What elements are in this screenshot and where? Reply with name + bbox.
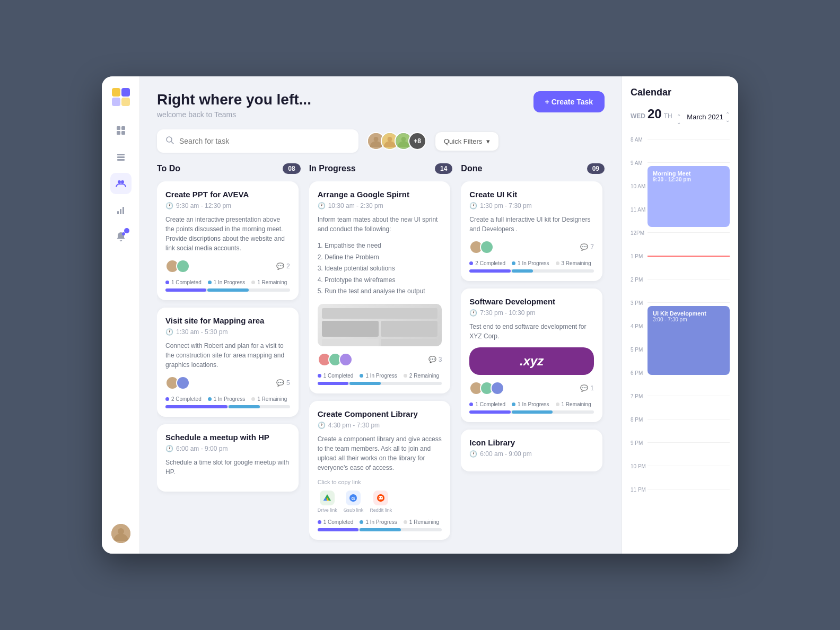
card-time: 🕐 10:30 am - 2:30 pm xyxy=(318,202,442,209)
completed-label: 2 Completed xyxy=(165,396,202,402)
column-todo-title: To Do xyxy=(157,164,180,173)
date-nav-icon[interactable]: ⌃⌄ xyxy=(677,113,681,125)
avatar-extra[interactable]: +8 xyxy=(408,132,426,150)
card-footer: 💬 3 xyxy=(318,353,442,366)
column-inprogress-title: In Progress xyxy=(309,164,356,173)
card-avatar xyxy=(480,240,494,254)
card-title: Icon Library xyxy=(469,438,594,447)
card-desc: Create a component library and give acce… xyxy=(318,434,442,472)
time-slot-8pm: 8 PM xyxy=(631,416,730,439)
card-desc: Schedule a time slot for google meetup w… xyxy=(165,458,290,477)
card-avatars xyxy=(469,240,494,254)
svg-rect-2 xyxy=(112,98,120,106)
drive-link[interactable]: Drive link xyxy=(318,491,337,513)
inprogress-label: 1 In Progress xyxy=(512,401,549,407)
card-desc: Create a full interactive UI kit for Des… xyxy=(469,215,594,234)
inprogress-label: 1 In Progress xyxy=(360,519,397,525)
svg-point-11 xyxy=(118,180,121,183)
progress-labels: 2 Completed 1 In Progress 3 Remaining xyxy=(469,260,594,266)
svg-point-34 xyxy=(379,497,380,498)
quick-filters-label: Quick Filters xyxy=(444,137,482,145)
xyz-logo: .xyz xyxy=(469,347,594,375)
column-done-title: Done xyxy=(461,164,482,173)
user-avatar[interactable] xyxy=(111,524,130,543)
card-link-label: Click to copy link xyxy=(318,479,442,485)
completed-label: 1 Completed xyxy=(318,519,354,525)
calendar-event-uikit[interactable]: UI Kit Development 3:00 - 7:30 pm xyxy=(648,306,730,375)
clock-icon: 🕐 xyxy=(469,450,477,458)
sidebar-chart-icon[interactable] xyxy=(110,199,132,221)
progress-section: 1 Completed 1 In Progress 2 Remaining xyxy=(318,373,442,385)
time-slot-7pm: 7 PM xyxy=(631,392,730,416)
inprogress-label: 1 In Progress xyxy=(208,279,245,285)
progress-labels: 1 Completed 1 In Progress 1 Remaining xyxy=(318,519,442,525)
sidebar-bell-icon[interactable] xyxy=(110,226,132,247)
remaining-label: 1 Remaining xyxy=(404,519,439,525)
card-time: 🕐 7:30 pm - 10:30 pm xyxy=(469,309,594,317)
calendar-event-morning-meet[interactable]: Morning Meet 9:30 - 12:30 pm xyxy=(648,166,730,227)
card-avatar xyxy=(339,353,353,366)
cal-day: 20 xyxy=(648,107,662,121)
calendar-panel: Calendar WED 20 TH ⌃⌄ March 2021 ⌃⌄ 8 AM xyxy=(622,76,738,554)
card-create-ppt[interactable]: Create PPT for AVEVA 🕐 9:30 am - 12:30 p… xyxy=(157,181,299,300)
clock-icon: 🕐 xyxy=(469,202,477,209)
column-inprogress-header: In Progress 14 xyxy=(309,163,453,174)
header-left: Right where you left... welcome back to … xyxy=(157,91,311,119)
card-time: 🕐 6:00 am - 9:00 pm xyxy=(165,445,290,452)
card-google-sprint[interactable]: Arrange a Google Spirnt 🕐 10:30 am - 2:3… xyxy=(309,181,451,393)
sidebar-grid-icon[interactable] xyxy=(110,120,132,141)
completed-label: 1 Completed xyxy=(469,401,505,407)
clock-icon: 🕐 xyxy=(165,328,173,336)
progress-labels: 2 Completed 1 In Progress 1 Remaining xyxy=(165,396,290,402)
clock-icon: 🕐 xyxy=(318,202,326,209)
quick-filters-button[interactable]: Quick Filters ▾ xyxy=(435,132,499,151)
remaining-label: 2 Remaining xyxy=(404,373,439,379)
svg-line-20 xyxy=(171,142,173,144)
sidebar-team-icon[interactable] xyxy=(110,173,132,194)
remaining-label: 3 Remaining xyxy=(556,260,591,266)
cal-date-nav-row: WED 20 TH ⌃⌄ March 2021 ⌃⌄ xyxy=(631,107,730,127)
search-input[interactable] xyxy=(179,137,350,145)
card-title: Create UI Kit xyxy=(469,190,594,199)
comment-icon: 💬 xyxy=(580,243,588,251)
card-visit-site[interactable]: Visit site for Mapping area 🕐 1:30 am - … xyxy=(157,308,299,417)
progress-bar xyxy=(469,410,594,414)
card-time: 🕐 4:30 pm - 7:30 pm xyxy=(318,422,442,429)
svg-text:G: G xyxy=(352,496,355,501)
card-software-dev[interactable]: Software Development 🕐 7:30 pm - 10:30 p… xyxy=(461,288,602,422)
toolbar: +8 Quick Filters ▾ xyxy=(140,129,622,163)
svg-rect-7 xyxy=(121,131,125,135)
completed-label: 1 Completed xyxy=(318,373,354,379)
drive-icon xyxy=(320,491,335,505)
create-task-button[interactable]: + Create Task xyxy=(533,91,605,112)
progress-bar xyxy=(469,269,594,273)
completed-label: 1 Completed xyxy=(165,279,202,285)
time-slot-8am: 8 AM xyxy=(631,136,730,159)
svg-point-12 xyxy=(121,180,124,183)
column-done: Done 09 Create UI Kit 🕐 1:30 pm - 7:30 p… xyxy=(461,163,605,543)
sidebar-layers-icon[interactable] xyxy=(110,146,132,168)
svg-rect-14 xyxy=(120,209,121,214)
card-icon-library[interactable]: Icon Library 🕐 6:00 am - 9:00 pm xyxy=(461,430,602,471)
svg-rect-6 xyxy=(117,131,120,135)
event-title: Morning Meet xyxy=(653,170,724,177)
gsub-link[interactable]: G Gsub link xyxy=(344,491,364,513)
month-nav-icon[interactable]: ⌃⌄ xyxy=(725,111,730,123)
search-icon xyxy=(165,136,174,146)
done-cards: Create UI Kit 🕐 1:30 pm - 7:30 pm Create… xyxy=(461,181,605,543)
progress-labels: 1 Completed 1 In Progress 1 Remaining xyxy=(469,401,594,407)
reddit-link[interactable]: Reddit link xyxy=(370,491,392,513)
card-time: 🕐 6:00 am - 9:00 pm xyxy=(469,450,594,458)
column-done-header: Done 09 xyxy=(461,163,605,174)
inprogress-cards: Arrange a Google Spirnt 🕐 10:30 am - 2:3… xyxy=(309,181,453,543)
card-desc: Connect with Robert and plan for a visit… xyxy=(165,341,290,370)
svg-rect-4 xyxy=(117,126,120,130)
todo-cards: Create PPT for AVEVA 🕐 9:30 am - 12:30 p… xyxy=(157,181,301,543)
card-title: Arrange a Google Spirnt xyxy=(318,190,442,199)
card-ui-kit[interactable]: Create UI Kit 🕐 1:30 pm - 7:30 pm Create… xyxy=(461,181,602,281)
progress-section: 2 Completed 1 In Progress 1 Remaining xyxy=(165,396,290,408)
card-schedule-meetup[interactable]: Schedule a meetup with HP 🕐 6:00 am - 9:… xyxy=(157,424,299,492)
svg-rect-1 xyxy=(121,88,130,97)
card-component-library[interactable]: Create Component Library 🕐 4:30 pm - 7:3… xyxy=(309,401,451,540)
calendar-header: Calendar xyxy=(631,87,730,98)
